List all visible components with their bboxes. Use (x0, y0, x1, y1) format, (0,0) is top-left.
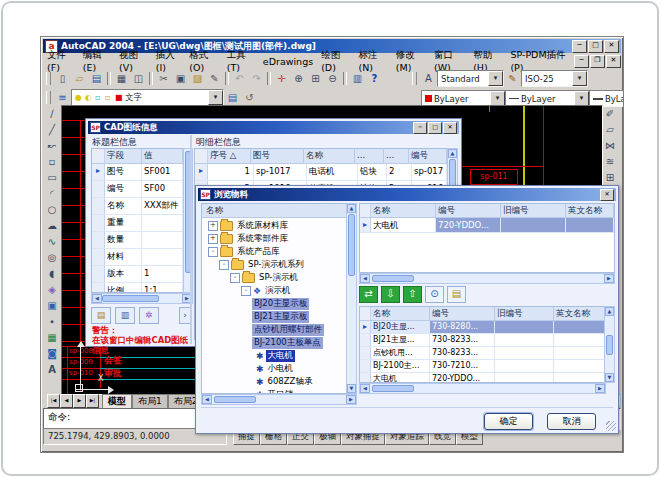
layer-combo[interactable]: ● ◐ ▫ ▫ ■ 文字 ▾ (71, 89, 224, 106)
zoom-window-icon[interactable]: ⊞ (307, 71, 324, 86)
mdi-minimize-button[interactable]: ─ (574, 55, 589, 68)
scroll-right-icon[interactable]: ▶ (595, 384, 605, 393)
offset-icon[interactable]: ≋ (602, 154, 619, 169)
tree-item[interactable]: -系统产品库 (208, 245, 282, 258)
xline-icon[interactable]: ╱ (44, 122, 61, 137)
list-vscrollbar[interactable]: ▲ ▼ (604, 306, 615, 383)
expand-icon[interactable]: + (208, 234, 218, 244)
ok-button[interactable]: 确定 (484, 413, 533, 430)
tree-item[interactable]: ✱大电机 (256, 349, 295, 362)
column-header[interactable]: 图号 (251, 149, 304, 163)
tree-item[interactable]: +系统零部件库 (208, 232, 290, 245)
arc-icon[interactable]: ◜ (44, 186, 61, 201)
matchprop-icon[interactable]: ✎ (206, 71, 223, 86)
tree-item[interactable]: +✱BJ20主显示板 (252, 297, 274, 310)
tree-item[interactable]: -SP-演示机系列 (219, 258, 306, 271)
text-style-icon[interactable]: A (420, 71, 437, 86)
properties-icon[interactable]: ▥ (349, 71, 366, 86)
scroll-up-icon[interactable]: ▲ (347, 204, 356, 213)
expand-icon[interactable]: - (208, 247, 218, 257)
layer-previous-icon[interactable]: ↺ (241, 90, 258, 105)
column-header[interactable]: 英文名称 (566, 204, 614, 217)
dialog-close-button[interactable]: ✕ (600, 189, 614, 201)
tab-layout1[interactable]: 布局1 (132, 394, 168, 408)
dim-style-combo[interactable]: ISO-25 ▾ (521, 70, 588, 87)
toolbar-gripper[interactable] (412, 72, 417, 85)
settings-gear-icon[interactable]: ✲ (139, 307, 159, 324)
column-header[interactable]: 序号 △ (208, 149, 251, 163)
column-header[interactable]: 编号 (409, 149, 447, 163)
column-header[interactable]: 字段 (105, 149, 142, 163)
copy-object-icon[interactable]: ▱ (602, 122, 619, 137)
paste-icon[interactable]: ▨ (189, 71, 206, 86)
region-icon[interactable]: ◙ (44, 346, 61, 361)
minimize-button[interactable]: ─ (572, 40, 587, 53)
resize-grip[interactable] (606, 421, 616, 431)
table-row[interactable]: 数量 (92, 232, 183, 249)
scroll-left-icon[interactable]: ◀ (360, 384, 370, 393)
tree-item[interactable]: +✱BJ21主显示板 (252, 310, 274, 323)
cut-icon[interactable]: ✂ (155, 71, 172, 86)
column-header[interactable]: 名称 (371, 204, 436, 217)
chevron-down-icon[interactable]: ▾ (490, 91, 505, 106)
chevron-down-icon[interactable]: ▾ (574, 91, 589, 106)
tab-first-icon[interactable]: |◀ (47, 394, 60, 408)
tree-item[interactable]: +✱点钞机用螺钉部件 (252, 323, 274, 336)
maximize-button[interactable]: □ (588, 40, 603, 53)
open-folder-icon[interactable]: ▤ (447, 286, 466, 303)
zoom-realtime-icon[interactable]: ⊕ (290, 71, 307, 86)
array-icon[interactable]: ⊞ (602, 170, 619, 185)
material-tree[interactable]: 名称 +系统原材料库 +系统零部件库 -系统产品库 -SP-演示机系列 -SP-… (201, 203, 348, 394)
expand-icon[interactable]: - (230, 273, 240, 283)
toolbar-gripper[interactable] (46, 72, 51, 85)
erase-icon[interactable]: ✐ (602, 106, 619, 121)
material-list-table[interactable]: 名称 编号 旧编号 英文名称 ▸ BJ20主显... 730-8280... B… (359, 306, 606, 383)
scroll-left-icon[interactable]: ◀ (202, 395, 212, 404)
layers-icon[interactable]: ≡ (54, 90, 71, 105)
revcloud-icon[interactable]: ☁ (44, 218, 61, 233)
scroll-right-icon[interactable]: ▶ (346, 395, 356, 404)
table-row[interactable]: ▸ 大电机 720-YDDO... (360, 218, 614, 233)
title-block-hscrollbar[interactable]: ◀ ▶ (91, 293, 193, 304)
dialog-minimize-button[interactable]: ─ (413, 122, 427, 134)
tree-item[interactable]: +系统原材料库 (208, 219, 290, 232)
table-row[interactable]: 材料 (92, 249, 183, 266)
tree-item[interactable]: ✱608ZZ轴承 (256, 375, 314, 388)
tree-item[interactable]: ✱小电机 (256, 362, 295, 375)
selected-material-table[interactable]: 名称 编号 旧编号 英文名称 ▸ 大电机 720-YDDO... (359, 203, 615, 273)
column-header[interactable]: 英文名称 (554, 307, 605, 320)
table-row[interactable]: ▸ BJ20主显... 730-8280... (360, 321, 605, 334)
tab-prev-icon[interactable]: ◀ (60, 394, 73, 408)
table-row[interactable]: BJ21主显... 730-8233... (360, 334, 605, 347)
column-header[interactable]: 编号 (436, 204, 501, 217)
expand-icon[interactable]: - (219, 260, 229, 270)
transfer-icon[interactable]: ⇄ (359, 286, 378, 303)
column-header[interactable]: ... (384, 149, 409, 163)
scroll-right-icon[interactable]: ▶ (604, 274, 614, 283)
mdi-close-button[interactable]: ✕ (606, 55, 621, 68)
dialog-title-bar[interactable]: SP CAD图纸信息 ─ □ ✕ (88, 121, 459, 134)
circle-icon[interactable]: ○ (44, 202, 61, 217)
column-header[interactable]: 旧编号 (501, 204, 566, 217)
redo-icon[interactable]: ↷ (248, 71, 265, 86)
dialog-close-button[interactable]: ✕ (443, 122, 457, 134)
result-hscrollbar[interactable]: ◀ ▶ (359, 273, 615, 284)
expand-icon[interactable]: - (241, 286, 251, 296)
make-block-icon[interactable]: ▣ (44, 298, 61, 313)
toolbar-gripper[interactable] (46, 91, 51, 104)
line-icon[interactable]: ∕ (44, 106, 61, 121)
table-row[interactable]: 点钞机用... 730-8233... (360, 347, 605, 360)
group-splitter[interactable] (190, 135, 192, 344)
import-down-icon[interactable]: ⇩ (381, 286, 400, 303)
column-header[interactable]: 编号 (430, 307, 495, 320)
copy-icon[interactable]: ▣ (172, 71, 189, 86)
scroll-down-icon[interactable]: ▼ (347, 384, 356, 393)
table-row[interactable]: 名称XXX部件 (92, 198, 183, 215)
column-header[interactable]: 旧编号 (495, 307, 554, 320)
scroll-left-icon[interactable]: ◀ (360, 274, 370, 283)
table-row[interactable]: ▸图号SF001 (92, 164, 183, 181)
open-icon[interactable]: ▱ (71, 71, 88, 86)
tree-item[interactable]: -SP-演示机 (230, 271, 300, 284)
tree-item[interactable]: +✱BJ-2100主板单点 (252, 336, 274, 349)
insert-block-icon[interactable]: ◈ (44, 282, 61, 297)
